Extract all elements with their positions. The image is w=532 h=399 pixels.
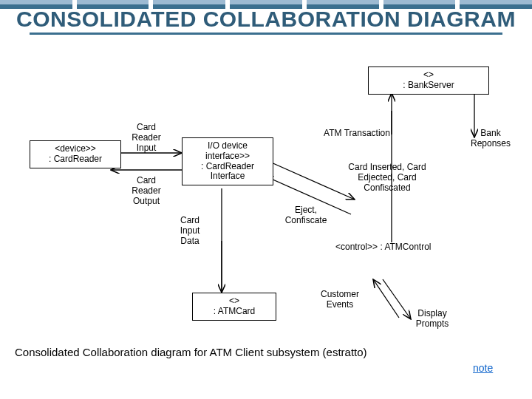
label-card-input-data: CardInputData bbox=[170, 216, 210, 246]
label-bank-responses: BankReponses bbox=[461, 129, 520, 149]
label-eject-confiscate: Eject,Confiscate bbox=[276, 205, 335, 226]
page-title: CONSOLIDATED COLLABORATION DIAGRAM bbox=[0, 7, 532, 31]
diagram-stage: <>: BankServer <device>>: CardReader I/O… bbox=[0, 66, 532, 377]
label-atm-transaction: ATM Transaction bbox=[309, 129, 405, 139]
svg-line-9 bbox=[373, 279, 399, 318]
box-io-interface-cardreader: I/O deviceinterface>>: CardReaderInterfa… bbox=[182, 137, 273, 185]
box-bank-server: <>: BankServer bbox=[368, 66, 489, 95]
box-external-io-cardreader: <device>>: CardReader bbox=[30, 140, 121, 168]
label-card-reader-input: CardReaderInput bbox=[124, 123, 168, 153]
title-underline bbox=[30, 33, 502, 35]
note-link[interactable]: note bbox=[473, 362, 493, 374]
label-card-inserted-ejected-confiscated: Card Inserted, CardEdjected, CardConfisc… bbox=[328, 163, 446, 193]
label-card-reader-output: CardReaderOutput bbox=[124, 176, 168, 206]
label-customer-events: CustomerEvents bbox=[310, 290, 369, 310]
box-atm-control: <control>> : ATMControl bbox=[335, 242, 461, 253]
diagram-caption: Consolidated Collaboration diagram for A… bbox=[15, 346, 367, 358]
box-atmcard-entity: <>: ATMCard bbox=[192, 293, 276, 321]
label-display-prompts: DisplayPrompts bbox=[406, 309, 458, 330]
connector-lines bbox=[0, 66, 532, 377]
